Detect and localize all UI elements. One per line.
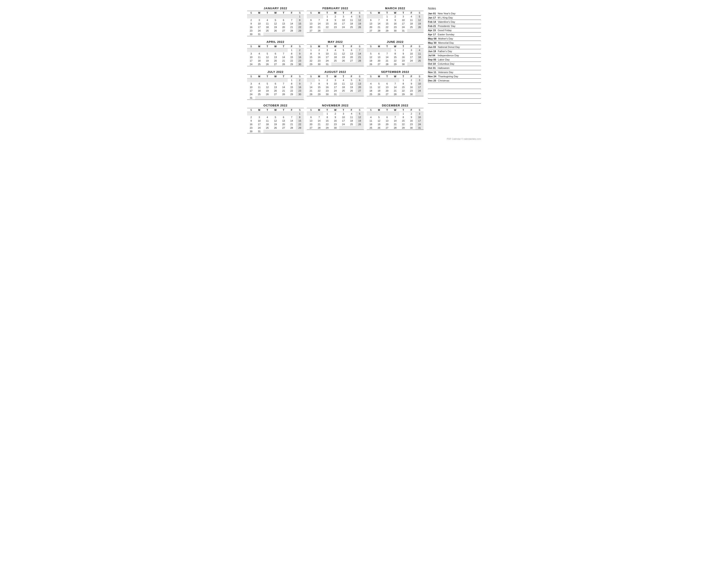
day-cell: 29: [296, 29, 304, 32]
day-cell: 30: [391, 29, 399, 33]
day-cell: 2: [296, 48, 304, 52]
holiday-item: Dec 25Christmas: [428, 79, 481, 83]
day-cell: 3: [407, 48, 415, 52]
day-cell: 2: [315, 48, 323, 52]
day-cell: 16: [399, 55, 407, 59]
day-header: S: [367, 75, 375, 78]
day-cell: 3: [415, 112, 424, 116]
day-cell: 20: [347, 55, 356, 59]
day-cell: 14: [383, 55, 391, 59]
day-cell: 1: [307, 48, 315, 52]
day-cell: [339, 126, 347, 130]
day-cell: 23: [331, 25, 340, 29]
day-cell: 25: [347, 25, 356, 29]
day-cell: 25: [367, 92, 375, 96]
day-cell: [255, 112, 263, 116]
holiday-item: Feb 21Presidents' Day: [428, 24, 481, 28]
month-calendar: FEBRUARY 2022SMTWTFS12345678910111213141…: [307, 7, 364, 36]
day-cell: 8: [315, 82, 323, 85]
day-cell: 5: [367, 52, 375, 55]
day-cell: 20: [383, 89, 391, 92]
holiday-date: Jun 03: [428, 46, 436, 48]
day-header: W: [271, 108, 280, 112]
day-cell: 9: [399, 52, 407, 55]
day-cell: 12: [356, 115, 364, 119]
day-cell: 5: [375, 115, 383, 119]
day-cell: 13: [356, 82, 364, 85]
month-title: APRIL 2022: [247, 40, 304, 43]
month-calendar: DECEMBER 2022SMTWTFS12345678910111213141…: [367, 104, 424, 133]
day-cell: [375, 78, 383, 82]
day-header: W: [391, 11, 399, 15]
holiday-name: Halloween: [438, 67, 450, 69]
day-cell: 20: [356, 85, 364, 89]
day-cell: 23: [247, 126, 255, 130]
holiday-name: M L King Day: [438, 16, 453, 19]
day-cell: [288, 32, 296, 36]
day-cell: 9: [247, 22, 255, 25]
day-cell: 18: [339, 85, 347, 89]
day-cell: [271, 78, 280, 82]
day-header: S: [307, 11, 315, 15]
day-cell: 18: [331, 55, 340, 59]
holiday-date: May 08: [428, 37, 436, 40]
day-header: T: [399, 45, 407, 48]
cal-table: SMTWTFS123456789101112131415161718192021…: [247, 108, 304, 133]
holiday-item: Oct 10Columbus Day: [428, 62, 481, 66]
day-header: F: [347, 75, 356, 78]
day-header: S: [415, 11, 424, 15]
day-cell: 17: [399, 22, 407, 25]
day-cell: 16: [296, 85, 304, 89]
day-header: S: [296, 45, 304, 48]
day-cell: 14: [280, 85, 288, 89]
day-header: T: [323, 11, 331, 15]
day-cell: [255, 48, 263, 52]
day-header: T: [280, 75, 288, 78]
day-cell: 30: [399, 62, 407, 66]
day-header: W: [271, 45, 280, 48]
day-cell: 10: [255, 119, 263, 122]
day-header: W: [331, 75, 340, 78]
day-cell: 2: [331, 112, 340, 116]
holiday-name: Veterans Day: [438, 71, 453, 73]
month-title: FEBRUARY 2022: [307, 7, 364, 10]
day-cell: 7: [307, 82, 315, 85]
day-cell: 4: [255, 52, 263, 55]
holiday-item: Sep 05Labor Day: [428, 58, 481, 62]
day-cell: 18: [347, 22, 356, 25]
day-cell: 22: [391, 59, 399, 62]
day-cell: 1: [323, 15, 331, 19]
day-cell: 21: [288, 25, 296, 29]
day-cell: 24: [415, 122, 424, 126]
day-header: T: [323, 75, 331, 78]
day-cell: 20: [383, 122, 391, 126]
day-cell: 22: [296, 25, 304, 29]
day-cell: 7: [315, 18, 323, 22]
cal-table: SMTWTFS123456789101112131415161718192021…: [247, 11, 304, 36]
day-cell: 8: [391, 52, 399, 55]
day-cell: 2: [247, 115, 255, 119]
day-cell: 6: [347, 48, 356, 52]
day-cell: 24: [255, 126, 263, 130]
day-cell: 24: [415, 89, 424, 92]
day-cell: 6: [383, 115, 391, 119]
day-cell: 28: [391, 92, 399, 96]
day-header: T: [399, 75, 407, 78]
day-header: T: [280, 45, 288, 48]
month-title: MAY 2022: [307, 40, 364, 43]
day-cell: 15: [323, 119, 331, 122]
day-cell: 9: [407, 115, 415, 119]
day-cell: 9: [315, 52, 323, 55]
day-cell: 23: [296, 59, 304, 62]
day-cell: 30: [296, 92, 304, 96]
day-cell: 27: [280, 29, 288, 32]
day-cell: 9: [391, 18, 399, 22]
day-cell: 15: [288, 55, 296, 59]
day-cell: 2: [399, 48, 407, 52]
day-cell: 10: [255, 22, 263, 25]
day-cell: 29: [288, 62, 296, 66]
day-cell: 6: [307, 115, 315, 119]
holiday-name: National Donut Day: [438, 46, 460, 48]
day-cell: 4: [367, 115, 375, 119]
day-cell: 23: [247, 29, 255, 32]
